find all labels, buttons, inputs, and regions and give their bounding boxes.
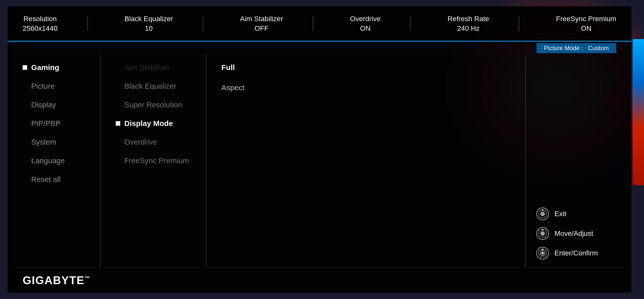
svg-point-3 [542, 209, 544, 211]
submenu-label: FreeSync Premium [124, 156, 189, 165]
status-item-refresh-rate: Refresh Rate 240 Hz [448, 15, 489, 32]
status-value: 10 [145, 24, 153, 32]
submenu-item-overdrive[interactable]: Overdrive [116, 137, 206, 147]
submenu-item-freesync-premium[interactable]: FreeSync Premium [116, 155, 206, 166]
status-label: Resolution [23, 15, 57, 23]
picture-mode-bar: Picture Mode : Custom [8, 42, 631, 55]
bottom-bar: GIGABYTE™ [8, 268, 631, 293]
picture-mode-indicator: Picture Mode : Custom [537, 43, 616, 53]
svg-point-12 [542, 249, 544, 250]
control-item-exit: Exit [536, 207, 621, 221]
controls-area: Exit Move/Adjust Enter/Confirm [526, 55, 631, 268]
control-item-move-adjust: Move/Adjust [536, 227, 621, 240]
brand-logo: GIGABYTE™ [23, 274, 91, 287]
submenu: Aim StabilizerBlack EqualizerSuper Resol… [101, 55, 206, 268]
sidebar-item-picture[interactable]: Picture [23, 81, 100, 91]
svg-point-7 [542, 229, 544, 231]
sidebar-label: Display [31, 101, 56, 109]
control-label-enter-confirm: Enter/Confirm [554, 249, 598, 257]
active-bullet [116, 121, 120, 126]
move-icon [536, 227, 549, 240]
osd-container: Resolution 2560x1440 Black Equalizer 10 … [8, 6, 631, 293]
sidebar-item-reset-all[interactable]: Reset all [23, 174, 100, 185]
enter-icon [536, 246, 549, 260]
status-item-resolution: Resolution 2560x1440 [23, 15, 58, 32]
picture-mode-value: Custom [588, 45, 609, 52]
exit-icon [536, 207, 549, 221]
sidebar-item-language[interactable]: Language [23, 155, 100, 166]
submenu-item-display-mode[interactable]: Display Mode [116, 118, 206, 129]
status-label: Black Equalizer [125, 15, 173, 23]
option-item-full[interactable]: Full [221, 62, 525, 73]
status-label: Refresh Rate [448, 15, 489, 23]
submenu-item-super-resolution[interactable]: Super Resolution [116, 99, 206, 110]
status-item-aim-stabilizer: Aim Stabilizer OFF [240, 15, 283, 32]
right-decorative-strip [633, 39, 644, 185]
sidebar-label: Reset all [31, 175, 61, 184]
submenu-label: Overdrive [124, 138, 157, 146]
move-icon [536, 227, 549, 240]
enter-icon [536, 246, 549, 260]
status-label: Overdrive [350, 15, 380, 23]
status-value: 240 Hz [457, 24, 479, 32]
submenu-label: Black Equalizer [124, 82, 176, 90]
control-item-enter-confirm: Enter/Confirm [536, 246, 621, 260]
status-bar: Resolution 2560x1440 Black Equalizer 10 … [8, 6, 631, 42]
brand-trademark: ™ [85, 275, 91, 281]
sidebar-label: Language [31, 156, 65, 165]
submenu-label: Super Resolution [124, 101, 182, 109]
status-label: Aim Stabilizer [240, 15, 283, 23]
sidebar: GamingPictureDisplayPIP/PBPSystemLanguag… [8, 55, 101, 268]
status-label: FreeSync Premium [556, 15, 616, 23]
option-item-aspect[interactable]: Aspect [221, 82, 525, 93]
options-panel: FullAspect [206, 55, 526, 268]
exit-icon [536, 207, 549, 221]
sidebar-label: Picture [31, 82, 55, 90]
control-label-move-adjust: Move/Adjust [554, 229, 593, 238]
sidebar-item-display[interactable]: Display [23, 99, 100, 110]
status-item-overdrive: Overdrive ON [350, 15, 380, 32]
picture-mode-label-text: Picture Mode : [544, 45, 583, 52]
svg-point-6 [541, 231, 545, 236]
status-value: OFF [255, 24, 269, 32]
status-value: ON [360, 24, 371, 32]
submenu-item-aim-stabilizer[interactable]: Aim Stabilizer [116, 62, 206, 73]
status-item-freesync-premium: FreeSync Premium ON [556, 15, 616, 32]
brand-name: GIGABYTE [23, 274, 85, 286]
sidebar-label: Gaming [31, 63, 59, 72]
sidebar-item-system[interactable]: System [23, 137, 100, 147]
active-bullet [23, 65, 27, 70]
submenu-label: Display Mode [124, 119, 173, 128]
sidebar-label: PIP/PBP [31, 119, 61, 128]
svg-point-2 [541, 212, 545, 216]
svg-point-11 [541, 252, 544, 254]
sidebar-item-gaming[interactable]: Gaming [23, 62, 100, 73]
sidebar-item-pip-pbp[interactable]: PIP/PBP [23, 118, 100, 129]
control-label-exit: Exit [554, 210, 566, 218]
status-item-black-equalizer: Black Equalizer 10 [125, 15, 173, 32]
submenu-item-black-equalizer[interactable]: Black Equalizer [116, 81, 206, 91]
menu-area: GamingPictureDisplayPIP/PBPSystemLanguag… [8, 55, 631, 268]
submenu-label: Aim Stabilizer [124, 63, 170, 72]
status-value: ON [581, 24, 591, 32]
status-value: 2560x1440 [23, 24, 58, 32]
sidebar-label: System [31, 138, 56, 146]
